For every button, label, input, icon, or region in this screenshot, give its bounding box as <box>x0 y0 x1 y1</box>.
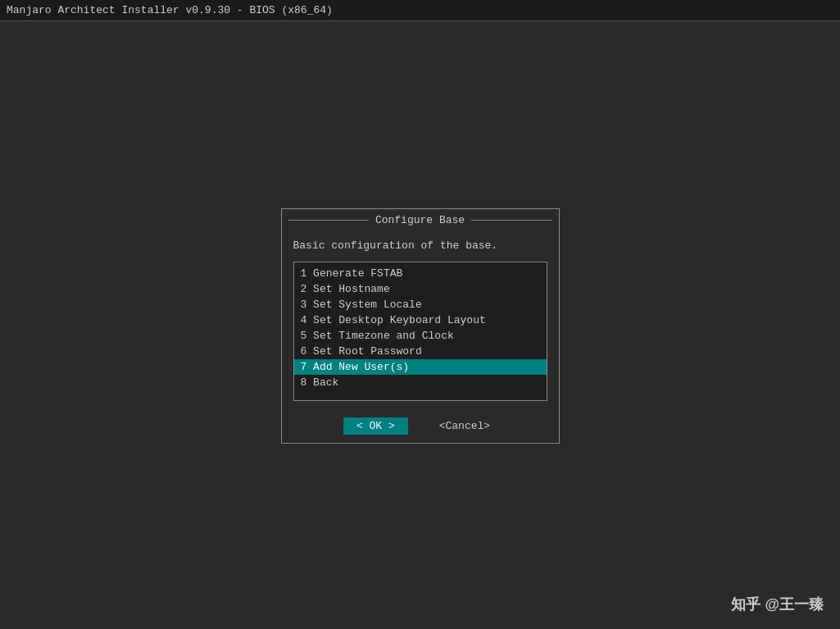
cancel-button[interactable]: <Cancel> <box>433 417 497 435</box>
title-text: Manjaro Architect Installer v0.9.30 - BI… <box>7 4 333 16</box>
ok-button[interactable]: OK <box>343 417 408 435</box>
menu-item-2[interactable]: 2 Set Hostname <box>294 281 547 297</box>
menu-item-4[interactable]: 4 Set Desktop Keyboard Layout <box>294 312 547 328</box>
menu-item-8[interactable]: 8 Back <box>294 375 547 390</box>
menu-item-5[interactable]: 5 Set Timezone and Clock <box>294 328 547 344</box>
menu-item-3[interactable]: 3 Set System Locale <box>294 297 547 312</box>
title-bar: Manjaro Architect Installer v0.9.30 - BI… <box>0 0 840 21</box>
watermark: 知乎 @王一臻 <box>731 595 824 614</box>
menu-list: 1 Generate FSTAB 2 Set Hostname 3 Set Sy… <box>293 262 547 401</box>
dialog-description: Basic configuration of the base. <box>293 239 547 252</box>
configure-base-dialog: Configure Base Basic configuration of th… <box>281 208 560 444</box>
main-screen: Configure Base Basic configuration of th… <box>0 21 840 629</box>
dialog-title-text: Configure Base <box>375 214 465 226</box>
menu-item-1[interactable]: 1 Generate FSTAB <box>294 266 547 281</box>
dialog-title: Configure Base <box>282 209 559 231</box>
dialog-buttons: OK <Cancel> <box>282 409 559 443</box>
menu-item-6[interactable]: 6 Set Root Password <box>294 344 547 359</box>
dialog-body: Basic configuration of the base. 1 Gener… <box>282 231 559 409</box>
menu-item-7[interactable]: 7 Add New User(s) <box>294 359 547 375</box>
